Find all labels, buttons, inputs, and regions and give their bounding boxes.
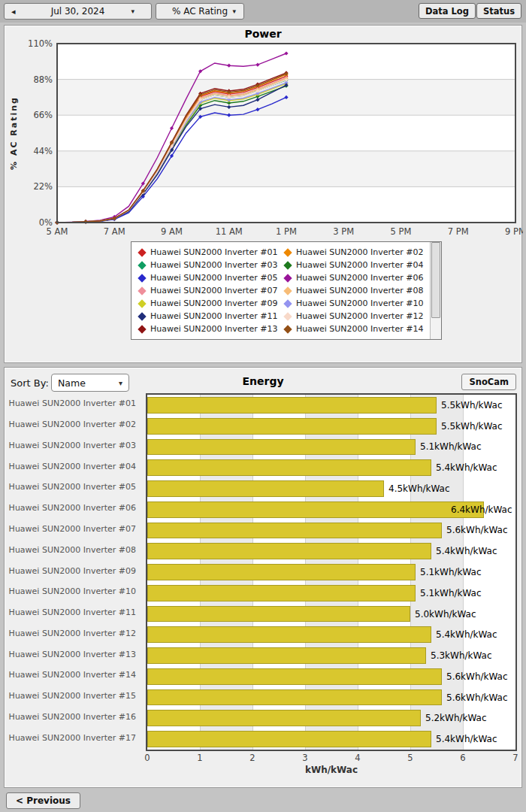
energy-category-label: Huawei SUN2000 Inverter #15 xyxy=(5,686,141,707)
energy-bar[interactable] xyxy=(147,501,484,518)
legend-diamond-icon xyxy=(283,274,292,282)
energy-category-label: Huawei SUN2000 Inverter #17 xyxy=(5,727,141,748)
legend-item: Huawei SUN2000 Inverter #14 xyxy=(283,323,425,335)
legend-series-label: Huawei SUN2000 Inverter #09 xyxy=(150,298,277,308)
energy-x-axis-label: kWh/kWac xyxy=(146,765,517,775)
svg-text:9 PM: 9 PM xyxy=(505,226,523,237)
energy-bar[interactable] xyxy=(147,710,421,726)
energy-bar-row: 5.6kWh/kWac xyxy=(147,687,515,708)
legend-series-label: Huawei SUN2000 Inverter #10 xyxy=(296,298,423,308)
svg-text:44%: 44% xyxy=(33,146,53,156)
power-legend: Huawei SUN2000 Inverter #01Huawei SUN200… xyxy=(131,241,442,340)
svg-text:5 AM: 5 AM xyxy=(47,226,68,237)
energy-x-tick: 5 xyxy=(407,753,413,763)
legend-diamond-icon xyxy=(138,286,146,295)
energy-bar[interactable] xyxy=(147,647,426,664)
legend-item: Huawei SUN2000 Inverter #06 xyxy=(283,271,425,284)
energy-bar-value: 5.1kWh/kWac xyxy=(420,441,482,452)
date-picker[interactable]: ◂ Jul 30, 2024 ▾ xyxy=(4,3,152,20)
legend-series-label: Huawei SUN2000 Inverter #08 xyxy=(296,286,423,295)
previous-button[interactable]: < Previous xyxy=(6,792,80,809)
energy-category-label: Huawei SUN2000 Inverter #16 xyxy=(5,706,141,727)
energy-bar-chart: 5.5kWh/kWac5.5kWh/kWac5.1kWh/kWac5.4kWh/… xyxy=(146,393,517,751)
energy-bar-value: 5.1kWh/kWac xyxy=(420,567,482,577)
energy-category-labels: Huawei SUN2000 Inverter #01Huawei SUN200… xyxy=(5,393,141,748)
top-toolbar: ◂ Jul 30, 2024 ▾ % AC Rating ▾ Data Log … xyxy=(0,0,526,23)
energy-bar-value: 5.3kWh/kWac xyxy=(431,650,492,661)
chevron-down-icon: ▾ xyxy=(131,8,135,15)
legend-diamond-icon xyxy=(283,312,292,320)
energy-x-tick: 3 xyxy=(302,753,307,763)
legend-series-label: Huawei SUN2000 Inverter #06 xyxy=(296,273,423,283)
energy-category-label: Huawei SUN2000 Inverter #08 xyxy=(5,539,141,560)
energy-bar[interactable] xyxy=(147,523,442,539)
energy-x-axis-ticks: 01234567 xyxy=(146,753,517,763)
energy-bar-value: 5.4kWh/kWac xyxy=(436,734,497,744)
energy-bar[interactable] xyxy=(147,480,384,497)
metric-dropdown[interactable]: % AC Rating ▾ xyxy=(156,3,244,20)
previous-day-icon[interactable]: ◂ xyxy=(11,7,16,17)
legend-item: Huawei SUN2000 Inverter #03 xyxy=(138,259,279,271)
legend-diamond-icon xyxy=(138,312,146,320)
power-panel: Power 0%22%44%66%88%110%5 AM7 AM9 AM11 A… xyxy=(4,25,522,363)
energy-category-label: Huawei SUN2000 Inverter #04 xyxy=(5,456,141,477)
energy-bar[interactable] xyxy=(147,626,431,643)
legend-diamond-icon xyxy=(283,248,292,256)
energy-bar-value: 6.4kWh/kWac xyxy=(451,504,512,515)
energy-bar-value: 5.6kWh/kWac xyxy=(446,525,508,535)
energy-category-label: Huawei SUN2000 Inverter #03 xyxy=(5,435,141,456)
svg-text:88%: 88% xyxy=(33,74,53,85)
energy-category-label: Huawei SUN2000 Inverter #10 xyxy=(5,581,141,602)
legend-series-label: Huawei SUN2000 Inverter #13 xyxy=(150,324,277,334)
energy-bar-value: 5.5kWh/kWac xyxy=(441,400,503,411)
energy-bar[interactable] xyxy=(147,418,437,435)
energy-bar-value: 5.0kWh/kWac xyxy=(415,609,476,620)
energy-bar[interactable] xyxy=(147,606,410,623)
energy-bar-value: 5.6kWh/kWac xyxy=(446,692,508,703)
svg-text:5 PM: 5 PM xyxy=(391,226,412,237)
energy-bar[interactable] xyxy=(147,731,431,747)
energy-category-label: Huawei SUN2000 Inverter #12 xyxy=(5,623,141,644)
legend-series-label: Huawei SUN2000 Inverter #05 xyxy=(150,273,277,283)
data-log-button[interactable]: Data Log xyxy=(419,3,476,19)
legend-series-label: Huawei SUN2000 Inverter #12 xyxy=(296,311,423,321)
energy-bar[interactable] xyxy=(147,439,416,456)
svg-text:3 PM: 3 PM xyxy=(333,226,354,237)
chevron-down-icon: ▾ xyxy=(232,8,236,15)
legend-item: Huawei SUN2000 Inverter #05 xyxy=(138,271,279,284)
date-label: Jul 30, 2024 xyxy=(51,6,105,17)
energy-category-label: Huawei SUN2000 Inverter #02 xyxy=(5,414,141,435)
legend-item: Huawei SUN2000 Inverter #02 xyxy=(283,246,425,259)
svg-text:% AC Rating: % AC Rating xyxy=(9,96,19,170)
energy-x-tick: 1 xyxy=(197,753,202,763)
energy-bar-value: 4.5kWh/kWac xyxy=(388,483,450,494)
energy-bar-row: 5.6kWh/kWac xyxy=(147,666,515,687)
legend-series-label: Huawei SUN2000 Inverter #07 xyxy=(150,286,277,295)
legend-item: Huawei SUN2000 Inverter #01 xyxy=(138,246,279,259)
energy-bar[interactable] xyxy=(147,397,437,414)
energy-bar[interactable] xyxy=(147,459,431,476)
snocam-button[interactable]: SnoCam xyxy=(461,374,516,390)
legend-item: Huawei SUN2000 Inverter #10 xyxy=(283,297,425,310)
energy-bar-row: 5.4kWh/kWac xyxy=(147,624,515,645)
energy-bar-value: 5.6kWh/kWac xyxy=(446,671,508,682)
energy-bar[interactable] xyxy=(147,543,431,559)
energy-bar[interactable] xyxy=(147,689,442,706)
legend-scrollbar[interactable] xyxy=(430,242,441,339)
energy-bar-row: 5.1kWh/kWac xyxy=(147,437,515,458)
energy-bar[interactable] xyxy=(147,564,416,580)
legend-series-label: Huawei SUN2000 Inverter #01 xyxy=(150,247,277,257)
energy-x-tick: 7 xyxy=(512,753,518,763)
energy-bar[interactable] xyxy=(147,668,442,685)
legend-diamond-icon xyxy=(138,274,146,282)
legend-diamond-icon xyxy=(283,286,292,295)
energy-bar-row: 5.2kWh/kWac xyxy=(147,707,515,729)
energy-bar[interactable] xyxy=(147,585,416,601)
energy-bar-row: 5.5kWh/kWac xyxy=(147,416,515,437)
energy-category-label: Huawei SUN2000 Inverter #01 xyxy=(5,393,141,414)
status-button[interactable]: Status xyxy=(476,3,521,19)
legend-scrollbar-thumb[interactable] xyxy=(431,242,440,318)
energy-category-label: Huawei SUN2000 Inverter #13 xyxy=(5,644,141,665)
energy-bar-value: 5.4kWh/kWac xyxy=(436,546,497,556)
legend-series-label: Huawei SUN2000 Inverter #02 xyxy=(296,247,423,257)
